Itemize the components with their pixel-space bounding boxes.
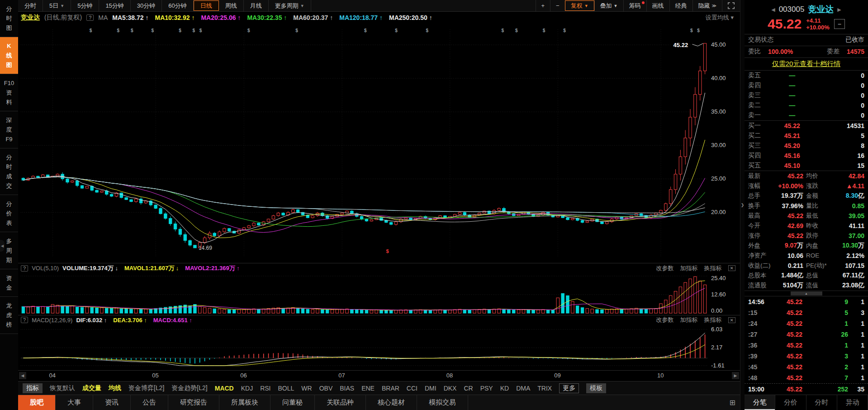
bottom-tab-核心题材[interactable]: 核心题材: [366, 395, 417, 410]
help-icon[interactable]: ?: [21, 265, 28, 272]
minimize-button[interactable]: −: [834, 19, 845, 29]
adjust-mode-button[interactable]: 复权▼: [565, 0, 594, 11]
macd-chart-panel[interactable]: 6.032.17-1.61: [18, 325, 740, 370]
help-icon[interactable]: ?: [86, 14, 94, 21]
tick-tab-分价[interactable]: 分价: [775, 395, 806, 410]
indicator-item-DMA[interactable]: DMA: [516, 385, 530, 392]
grid-edit-icon[interactable]: ⊞: [730, 398, 735, 407]
add-indicator-button[interactable]: 加指标: [680, 264, 698, 272]
bottom-tab-所属板块[interactable]: 所属板块: [219, 395, 270, 410]
indicator-item-BOLL[interactable]: BOLL: [278, 385, 294, 392]
add-indicator-button[interactable]: 加指标: [680, 316, 698, 324]
bottom-tab-公告[interactable]: 公告: [131, 395, 168, 410]
sidebar-item-minute-trades[interactable]: 分时成交: [0, 148, 18, 195]
close-icon[interactable]: ✕: [728, 265, 735, 271]
classic-button[interactable]: 经典: [669, 0, 693, 11]
more-indicators-button[interactable]: 更多: [559, 383, 579, 393]
overlay-button[interactable]: 叠加▼: [594, 0, 623, 11]
indicator-item-KDJ[interactable]: KDJ: [241, 385, 253, 392]
stock-name-link[interactable]: 竞业达: [21, 14, 40, 22]
reset-defaults-button[interactable]: 恢复默认: [50, 384, 75, 392]
sidebar-item-kline-chart[interactable]: K线图: [0, 37, 18, 74]
tick-tab-分笔[interactable]: 分笔: [745, 395, 775, 410]
next-stock-icon[interactable]: ▶: [837, 7, 841, 13]
collapse-panel-icon[interactable]: ❯: [740, 199, 745, 211]
tick-tab-分时[interactable]: 分时: [806, 395, 837, 410]
period-tab-60分钟[interactable]: 60分钟: [162, 0, 193, 11]
prev-stock-icon[interactable]: ◀: [771, 7, 775, 13]
period-tab-15分钟[interactable]: 15分钟: [99, 0, 130, 11]
period-tab-5日[interactable]: 5日▼: [43, 0, 71, 11]
sidebar-item-depth-f9[interactable]: 深度F9: [0, 111, 18, 148]
tick-tab-异动[interactable]: 异动: [837, 395, 868, 410]
change-params-button[interactable]: 改参数: [656, 316, 674, 324]
bottom-tab-模拟交易[interactable]: 模拟交易: [417, 395, 468, 410]
indicator-item-均线[interactable]: 均线: [109, 384, 121, 392]
indicator-item-OBV[interactable]: OBV: [319, 385, 333, 392]
indicator-item-MACD[interactable]: MACD: [215, 385, 234, 392]
svg-text:12.60: 12.60: [711, 291, 726, 298]
indicator-item-KD[interactable]: KD: [500, 385, 509, 392]
period-tab-分时[interactable]: 分时: [18, 0, 43, 11]
switch-indicator-button[interactable]: 换指标: [704, 264, 722, 272]
indicator-item-CCI[interactable]: CCI: [407, 385, 417, 392]
chips-button[interactable]: 筹码: [623, 0, 646, 11]
indicator-item-成交量[interactable]: 成交量: [82, 384, 101, 392]
period-tab-30分钟[interactable]: 30分钟: [131, 0, 162, 11]
close-icon[interactable]: ✕: [728, 317, 735, 323]
zoom-in-button[interactable]: +: [536, 0, 550, 11]
sidebar-item-funds[interactable]: 资金: [0, 269, 18, 297]
ma-settings-button[interactable]: 设置均线 ▾: [706, 14, 740, 22]
scroll-right-icon[interactable]: ▶: [732, 372, 739, 379]
sidebar-item-label: 度: [6, 126, 12, 133]
period-tab-5分钟[interactable]: 5分钟: [71, 0, 99, 11]
bottom-tab-资讯[interactable]: 资讯: [93, 395, 131, 410]
indicator-item-TRIX[interactable]: TRIX: [537, 385, 552, 392]
fullscreen-button[interactable]: [722, 0, 740, 11]
sidebar-item-top-list[interactable]: 龙虎榜: [0, 297, 18, 334]
level2-promo-link[interactable]: 仅需20元查看十档行情: [772, 60, 841, 68]
kline-chart-panel[interactable]: 45.0040.0035.0030.0025.0020.00$$$$$$$$$$…: [18, 23, 740, 263]
stat-label: 外盘: [748, 242, 773, 250]
template-button[interactable]: 模板: [586, 383, 606, 393]
bottom-tab-关联品种[interactable]: 关联品种: [315, 395, 366, 410]
indicator-item-ENE[interactable]: ENE: [361, 385, 375, 392]
zoom-out-button[interactable]: −: [550, 0, 565, 11]
bottom-tab-大事[interactable]: 大事: [56, 395, 93, 410]
hide-panels-button[interactable]: 隐藏≫: [693, 0, 722, 11]
period-tab-日线[interactable]: 日线: [194, 0, 219, 11]
tick-list[interactable]: 14:5645.2291:1545.2253:2445.2211:2745.22…: [745, 296, 868, 395]
bottom-tab-研究报告[interactable]: 研究报告: [168, 395, 219, 410]
switch-indicator-button[interactable]: 换指标: [704, 316, 722, 324]
period-tab-更多周期[interactable]: 更多周期▼: [269, 0, 311, 11]
help-icon[interactable]: ?: [21, 317, 28, 323]
indicator-item-PSY[interactable]: PSY: [480, 385, 493, 392]
indicator-tab-first[interactable]: 指标: [23, 383, 43, 393]
svg-text:25.40: 25.40: [711, 275, 726, 281]
bottom-tab-股吧[interactable]: 股吧: [18, 395, 56, 410]
sidebar-collapse-handle[interactable]: ◀: [0, 240, 5, 252]
volume-chart-panel[interactable]: 25.4012.600.00: [18, 273, 740, 315]
indicator-item-资金博弈[L2][interactable]: 资金博弈[L2]: [128, 384, 164, 392]
change-params-button[interactable]: 改参数: [656, 264, 674, 272]
indicator-item-CR[interactable]: CR: [464, 385, 473, 392]
stat-row: 今开42.69昨收41.11: [745, 221, 868, 231]
period-tab-周线[interactable]: 周线: [219, 0, 244, 11]
tick-price: 45.22: [770, 298, 819, 305]
sidebar-item-minute-chart[interactable]: 分时图: [0, 0, 18, 37]
period-tab-月线[interactable]: 月线: [244, 0, 269, 11]
indicator-item-资金趋势[L2][interactable]: 资金趋势[L2]: [171, 384, 207, 392]
draw-line-button[interactable]: 画线: [646, 0, 669, 11]
sidebar-item-f10-info[interactable]: F10资料: [0, 74, 18, 111]
volume-values: VOLUME:19.374万 ↓MAVOL1:21.607万 ↓MAVOL2:2…: [62, 264, 240, 272]
indicator-item-BIAS[interactable]: BIAS: [340, 385, 354, 392]
indicator-item-BRAR[interactable]: BRAR: [382, 385, 399, 392]
indicator-item-WR[interactable]: WR: [301, 385, 312, 392]
scroll-left-icon[interactable]: ◀: [19, 372, 26, 379]
bottom-tab-问董秘[interactable]: 问董秘: [270, 395, 315, 410]
indicator-item-DKX[interactable]: DKX: [444, 385, 457, 392]
indicator-item-RSI[interactable]: RSI: [260, 385, 270, 392]
sidebar-item-price-table[interactable]: 分价表: [0, 195, 18, 232]
collapse-stats-button[interactable]: ▲: [791, 291, 822, 296]
indicator-item-DMI[interactable]: DMI: [425, 385, 436, 392]
